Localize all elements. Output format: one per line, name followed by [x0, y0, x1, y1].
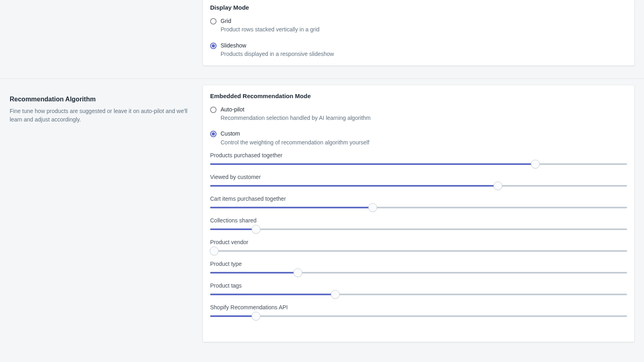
embedded-mode-title: Embedded Recommendation Mode: [210, 93, 627, 99]
slider-fill: [210, 272, 298, 274]
slider-label: Collections shared: [210, 217, 627, 224]
slider-product-vendor: Product vendor: [210, 239, 627, 252]
radio-texts-grid: Grid Product rows stacked vertically in …: [221, 17, 320, 34]
display-mode-radio-group: Grid Product rows stacked vertically in …: [210, 17, 627, 58]
slider-label: Cart items purchased together: [210, 195, 627, 202]
slider-fill: [210, 185, 498, 187]
slider-product-type: Product type: [210, 261, 627, 274]
slider-label: Shopify Recommendations API: [210, 304, 627, 311]
radio-circle-slideshow[interactable]: [210, 43, 217, 49]
radio-option-grid[interactable]: Grid Product rows stacked vertically in …: [210, 17, 627, 34]
radio-option-slideshow[interactable]: Slideshow Products displayed in a respon…: [210, 42, 627, 58]
embedded-mode-radio-group: Auto-pilot Recommendation selection hand…: [210, 106, 627, 147]
slider-fill: [210, 294, 335, 295]
radio-label-slideshow: Slideshow: [221, 42, 334, 49]
slider-fill: [210, 228, 256, 230]
slider-track[interactable]: [210, 207, 627, 208]
algorithm-section-header: Recommendation Algorithm Fine tune how p…: [10, 85, 203, 342]
slider-track[interactable]: [210, 228, 627, 230]
algorithm-desc: Fine tune how products are suggested or …: [10, 107, 193, 124]
slider-label: Viewed by customer: [210, 174, 627, 180]
slider-track[interactable]: [210, 185, 627, 187]
radio-desc-custom: Control the weighting of recommendation …: [221, 139, 369, 147]
slider-cart-items: Cart items purchased together: [210, 195, 627, 208]
radio-desc-slideshow: Products displayed in a responsive slide…: [221, 50, 334, 58]
radio-option-custom[interactable]: Custom Control the weighting of recommen…: [210, 130, 627, 146]
slider-thumb[interactable]: [531, 160, 540, 169]
radio-texts-autopilot: Auto-pilot Recommendation selection hand…: [221, 106, 371, 122]
slider-track[interactable]: [210, 272, 627, 274]
slider-fill: [210, 163, 535, 165]
slider-track[interactable]: [210, 250, 627, 252]
radio-desc-autopilot: Recommendation selection handled by AI l…: [221, 114, 371, 122]
slider-label: Products purchased together: [210, 152, 627, 158]
slider-label: Product vendor: [210, 239, 627, 245]
slider-label: Product type: [210, 261, 627, 267]
slider-track[interactable]: [210, 294, 627, 295]
radio-desc-grid: Product rows stacked vertically in a gri…: [221, 26, 320, 34]
slider-product-tags: Product tags: [210, 282, 627, 295]
slider-thumb[interactable]: [293, 268, 302, 277]
slider-track[interactable]: [210, 315, 627, 317]
display-mode-card: Display Mode Grid Product rows stacked v…: [203, 0, 634, 66]
slider-track[interactable]: [210, 163, 627, 165]
slider-collections-shared: Collections shared: [210, 217, 627, 230]
radio-texts-custom: Custom Control the weighting of recommen…: [221, 130, 369, 146]
slider-fill: [210, 207, 373, 208]
display-mode-title: Display Mode: [210, 4, 627, 11]
slider-fill: [210, 315, 256, 317]
slider-viewed-by-customer: Viewed by customer: [210, 174, 627, 187]
radio-circle-grid[interactable]: [210, 18, 217, 25]
radio-texts-slideshow: Slideshow Products displayed in a respon…: [221, 42, 334, 58]
radio-label-autopilot: Auto-pilot: [221, 106, 371, 113]
slider-purchased-together: Products purchased together: [210, 152, 627, 165]
radio-circle-autopilot[interactable]: [210, 107, 217, 113]
embedded-mode-card: Embedded Recommendation Mode Auto-pilot …: [203, 85, 634, 342]
slider-thumb[interactable]: [252, 312, 260, 321]
slider-thumb[interactable]: [210, 247, 219, 255]
slider-label: Product tags: [210, 282, 627, 289]
slider-thumb[interactable]: [331, 290, 340, 299]
radio-circle-custom[interactable]: [210, 131, 217, 137]
algorithm-title: Recommendation Algorithm: [10, 96, 193, 103]
section-divider: [0, 78, 644, 79]
slider-shopify-api: Shopify Recommendations API: [210, 304, 627, 317]
radio-label-custom: Custom: [221, 130, 369, 137]
slider-thumb[interactable]: [252, 225, 260, 234]
radio-label-grid: Grid: [221, 17, 320, 25]
slider-thumb[interactable]: [493, 181, 502, 190]
radio-option-autopilot[interactable]: Auto-pilot Recommendation selection hand…: [210, 106, 627, 122]
slider-thumb[interactable]: [368, 203, 377, 212]
